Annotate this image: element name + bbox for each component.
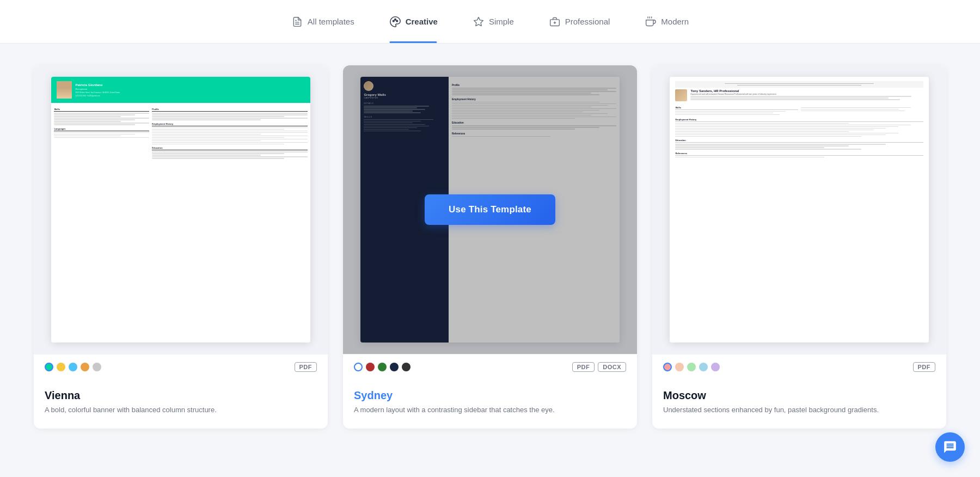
nav-item-modern[interactable]: Modern bbox=[629, 10, 704, 33]
swatch-blue[interactable] bbox=[69, 363, 77, 371]
simple-icon bbox=[473, 16, 485, 28]
use-template-button-sydney[interactable]: Use This Template bbox=[425, 194, 555, 225]
swatch-red[interactable] bbox=[366, 363, 375, 371]
card-footer-moscow: PDF bbox=[652, 354, 946, 380]
template-grid: Patricia Giordano Receptionist 3620 Elfs… bbox=[0, 44, 980, 461]
card-preview-vienna: Patricia Giordano Receptionist 3620 Elfs… bbox=[34, 65, 328, 354]
swatch-white[interactable] bbox=[354, 363, 363, 371]
nav-label-modern: Modern bbox=[661, 17, 689, 26]
nav-item-all-templates[interactable]: All templates bbox=[276, 10, 370, 33]
swatch-pink[interactable] bbox=[663, 363, 672, 371]
use-template-button-moscow[interactable]: Use This Template bbox=[734, 194, 865, 225]
file-icon bbox=[291, 16, 303, 28]
format-badges-sydney: PDF DOCX bbox=[572, 362, 626, 372]
card-info-sydney: Sydney A modern layout with a contrastin… bbox=[343, 380, 637, 429]
pdf-badge-vienna: PDF bbox=[295, 362, 317, 372]
chat-icon bbox=[943, 440, 957, 454]
nav-label-professional: Professional bbox=[565, 17, 610, 26]
pdf-badge-moscow: PDF bbox=[913, 362, 936, 372]
svg-point-3 bbox=[393, 20, 394, 22]
professional-icon bbox=[549, 16, 561, 28]
docx-badge-sydney: DOCX bbox=[598, 362, 626, 372]
svg-marker-6 bbox=[474, 17, 483, 26]
pdf-badge-sydney: PDF bbox=[572, 362, 595, 372]
swatch-dark[interactable] bbox=[402, 363, 411, 371]
nav-label-simple: Simple bbox=[489, 17, 514, 26]
swatch-lavender[interactable] bbox=[711, 363, 720, 371]
chat-support-button[interactable] bbox=[935, 432, 965, 462]
swatch-mint[interactable] bbox=[687, 363, 696, 371]
svg-point-4 bbox=[394, 19, 396, 20]
card-title-moscow: Moscow bbox=[663, 389, 935, 402]
card-preview-sydney: Gregory Walls CARPENTER Details Skills bbox=[343, 65, 637, 354]
swatch-sky[interactable] bbox=[699, 363, 708, 371]
swatch-orange[interactable] bbox=[81, 363, 89, 371]
swatch-gray[interactable] bbox=[93, 363, 101, 371]
format-badges-moscow: PDF bbox=[913, 362, 936, 372]
creative-icon bbox=[389, 16, 401, 28]
card-title-sydney: Sydney bbox=[354, 389, 626, 402]
card-description-moscow: Understated sections enhanced by fun, pa… bbox=[663, 405, 935, 415]
nav-label-creative: Creative bbox=[406, 17, 438, 26]
nav-label-all-templates: All templates bbox=[308, 17, 354, 26]
nav-item-simple[interactable]: Simple bbox=[457, 10, 529, 33]
card-description-sydney: A modern layout with a contrasting sideb… bbox=[354, 405, 626, 415]
template-card-vienna: Patricia Giordano Receptionist 3620 Elfs… bbox=[34, 65, 328, 429]
card-description-vienna: A bold, colorful banner with balanced co… bbox=[45, 405, 317, 415]
card-preview-moscow: Tony Sanders, HR Professional Experience… bbox=[652, 65, 946, 354]
template-card-sydney: Gregory Walls CARPENTER Details Skills bbox=[343, 65, 637, 429]
card-info-vienna: Vienna A bold, colorful banner with bala… bbox=[34, 380, 328, 429]
svg-point-5 bbox=[396, 20, 398, 22]
nav-item-professional[interactable]: Professional bbox=[534, 10, 626, 33]
color-swatches-sydney bbox=[354, 363, 411, 371]
template-card-moscow: Tony Sanders, HR Professional Experience… bbox=[652, 65, 946, 429]
format-badges-vienna: PDF bbox=[295, 362, 317, 372]
nav-item-creative[interactable]: Creative bbox=[374, 10, 453, 33]
card-title-vienna: Vienna bbox=[45, 389, 317, 402]
card-info-moscow: Moscow Understated sections enhanced by … bbox=[652, 380, 946, 429]
modern-icon bbox=[645, 16, 657, 28]
swatch-peach[interactable] bbox=[675, 363, 684, 371]
card-footer-sydney: PDF DOCX bbox=[343, 354, 637, 380]
card-overlay-sydney: Use This Template bbox=[343, 65, 637, 354]
swatch-teal[interactable] bbox=[45, 363, 53, 371]
swatch-navy[interactable] bbox=[390, 363, 399, 371]
color-swatches-moscow bbox=[663, 363, 720, 371]
swatch-green[interactable] bbox=[378, 363, 387, 371]
color-swatches-vienna bbox=[45, 363, 101, 371]
nav-bar: All templates Creative Simple bbox=[0, 0, 980, 44]
use-template-button-vienna[interactable]: Use This Template bbox=[115, 194, 246, 225]
swatch-yellow[interactable] bbox=[57, 363, 65, 371]
card-footer-vienna: PDF bbox=[34, 354, 328, 380]
